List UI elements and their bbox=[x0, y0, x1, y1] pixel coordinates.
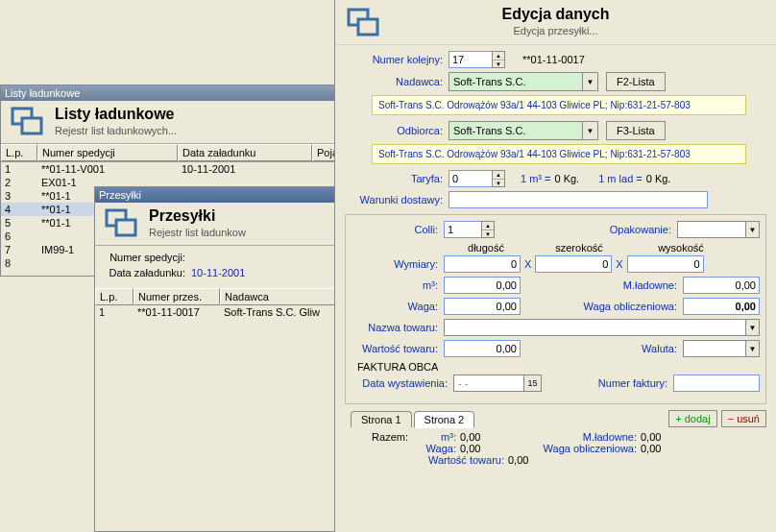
subtitle-przesylki: Rejestr list ładunkow bbox=[149, 227, 246, 238]
spinner-numer-kolejny[interactable]: ▲▼ bbox=[492, 51, 505, 68]
select-waluta[interactable]: ▼ bbox=[683, 340, 760, 357]
col-numer-przes[interactable]: Numer przes. bbox=[133, 288, 220, 305]
button-f2-lista[interactable]: F2-Lista bbox=[606, 72, 666, 91]
chevron-down-icon[interactable]: ▼ bbox=[582, 122, 597, 139]
label-odbiorca: Odbiorca: bbox=[345, 125, 449, 136]
button-f3-lista[interactable]: F3-Lista bbox=[606, 121, 666, 140]
title-edycja: Edycja danych bbox=[501, 6, 609, 23]
input-waga-obl[interactable] bbox=[683, 298, 760, 315]
total-wagaobl-val: 0,00 bbox=[641, 443, 687, 454]
x-sep: X bbox=[521, 258, 535, 270]
select-nazwa-towaru[interactable]: ▼ bbox=[444, 319, 760, 336]
button-dodaj[interactable]: + dodaj bbox=[668, 410, 716, 427]
group-details: Colli: ▲▼ Opakowanie: ▼ długość szerokoś… bbox=[345, 214, 766, 404]
value-1m3: 0 Kg. bbox=[554, 173, 579, 184]
label-1m3: 1 m³ = bbox=[521, 173, 550, 184]
header-wysokosc: wysokość bbox=[630, 242, 732, 254]
button-usun[interactable]: − usuń bbox=[721, 410, 766, 427]
datepicker-value: - - bbox=[454, 377, 523, 389]
spinner-taryfa[interactable]: ▲▼ bbox=[492, 170, 505, 187]
value-1mlad: 0 Kg. bbox=[646, 173, 671, 184]
label-m3: m³: bbox=[352, 279, 444, 291]
text-numer-full: **01-11-0017 bbox=[522, 54, 585, 65]
select-nadawca[interactable]: Soft-Trans S.C. ▼ bbox=[449, 72, 598, 91]
chevron-down-icon[interactable]: ▼ bbox=[745, 320, 759, 335]
input-warunki[interactable] bbox=[449, 191, 708, 208]
label-warunki: Warunki dostawy: bbox=[345, 194, 449, 206]
select-opakowanie[interactable]: ▼ bbox=[677, 221, 760, 238]
total-waga-val: 0,00 bbox=[460, 443, 506, 454]
chevron-down-icon[interactable]: ▼ bbox=[745, 341, 759, 356]
addr-nadawca: Soft-Trans S.C. Odrowążów 93a/1 44-103 G… bbox=[372, 95, 746, 115]
total-waga-label: Waga: bbox=[412, 443, 460, 454]
select-nadawca-value: Soft-Trans S.C. bbox=[449, 76, 582, 87]
total-m3-label: m³: bbox=[412, 431, 460, 443]
label-nadawca: Nadawca: bbox=[345, 76, 449, 87]
input-waga[interactable] bbox=[444, 298, 521, 315]
input-wartosc-towaru[interactable] bbox=[444, 340, 521, 357]
input-szerokosc[interactable] bbox=[535, 255, 612, 273]
select-odbiorca[interactable]: Soft-Trans S.C. ▼ bbox=[449, 121, 598, 140]
chevron-down-icon[interactable]: ▼ bbox=[582, 73, 597, 90]
label-waluta: Waluta: bbox=[583, 343, 683, 354]
svg-rect-1 bbox=[22, 118, 41, 133]
tab-strona-2[interactable]: Strona 2 bbox=[414, 411, 475, 428]
tab-strona-1[interactable]: Strona 1 bbox=[351, 411, 412, 427]
header-szerokosc: szerokość bbox=[528, 242, 630, 254]
addr-odbiorca: Soft-Trans S.C. Odrowążów 93a/1 44-103 G… bbox=[372, 144, 746, 164]
subtitle-edycja: Edycja przesyłki... bbox=[501, 25, 609, 36]
label-numer-spedycji: Numer spedycji: bbox=[105, 252, 191, 267]
title-listy: Listy ładunkowe bbox=[55, 106, 177, 123]
chevron-down-icon[interactable]: ▼ bbox=[745, 222, 759, 237]
total-wart-val: 0,00 bbox=[508, 454, 554, 466]
total-wagaobl-label: Waga obliczeniowa: bbox=[506, 443, 641, 454]
value-data-zaladunku: 10-11-2001 bbox=[191, 267, 245, 282]
calendar-icon[interactable]: 15 bbox=[523, 375, 541, 391]
label-wartosc-towaru: Wartość towaru: bbox=[352, 343, 444, 354]
label-mladowne: M.ładowne: bbox=[583, 279, 683, 291]
label-waga-obl: Waga obliczeniowa: bbox=[564, 301, 683, 312]
datepicker-data-wyst[interactable]: - - 15 bbox=[453, 375, 542, 392]
col-lp2[interactable]: L.p. bbox=[95, 288, 133, 305]
overlap-icon bbox=[103, 206, 141, 239]
col-numer-spedycji[interactable]: Numer spedycji bbox=[37, 144, 178, 161]
input-taryfa[interactable] bbox=[449, 170, 493, 187]
label-nazwa-towaru: Nazwa towaru: bbox=[352, 322, 444, 333]
input-numer-kolejny[interactable] bbox=[449, 51, 493, 68]
label-data-zaladunku: Data załadunku: bbox=[105, 267, 191, 282]
label-data-wyst: Data wystawienia: bbox=[352, 377, 453, 389]
label-taryfa: Taryfa: bbox=[345, 173, 449, 184]
label-opakowanie: Opakowanie: bbox=[533, 224, 677, 235]
label-colli: Colli: bbox=[352, 224, 444, 235]
spinner-colli[interactable]: ▲▼ bbox=[481, 221, 495, 238]
input-mladowne[interactable] bbox=[683, 277, 760, 294]
input-colli[interactable] bbox=[444, 221, 482, 238]
total-mlad-label: M.ładowne: bbox=[506, 431, 641, 443]
totals: Razem: m³: 0,00 M.ładowne: 0,00 Waga: 0,… bbox=[345, 427, 766, 466]
overlap-icon bbox=[345, 6, 383, 38]
x-sep: X bbox=[612, 258, 626, 270]
select-odbiorca-value: Soft-Trans S.C. bbox=[449, 125, 582, 136]
total-m3-val: 0,00 bbox=[460, 431, 506, 443]
col-lp[interactable]: L.p. bbox=[1, 144, 37, 161]
label-numer-faktury: Numer faktury: bbox=[568, 377, 673, 389]
overlap-icon bbox=[9, 105, 47, 137]
input-wysokosc[interactable] bbox=[627, 255, 704, 273]
input-dlugosc[interactable] bbox=[444, 255, 521, 273]
total-mlad-val: 0,00 bbox=[641, 431, 687, 443]
label-waga: Waga: bbox=[352, 301, 444, 312]
label-numer-kolejny: Numer kolejny: bbox=[345, 54, 449, 65]
input-m3[interactable] bbox=[444, 277, 521, 294]
subtitle-listy: Rejestr list ładunkowych... bbox=[55, 125, 177, 136]
label-1mlad: 1 m lad = bbox=[598, 173, 643, 184]
label-wymiary: Wymiary: bbox=[352, 258, 444, 270]
total-wart-label: Wartość towaru: bbox=[412, 454, 508, 466]
label-razem: Razem: bbox=[354, 431, 412, 443]
svg-rect-3 bbox=[116, 220, 135, 235]
header-dlugosc: długość bbox=[444, 242, 528, 254]
label-faktura-obca: FAKTURA OBCA bbox=[357, 361, 760, 373]
col-data-zaladunku[interactable]: Data załadunku bbox=[178, 144, 312, 161]
input-numer-faktury[interactable] bbox=[673, 375, 760, 392]
title-przesylki: Przesyłki bbox=[149, 207, 246, 225]
header-edycja: Edycja danych Edycja przesyłki... bbox=[335, 0, 776, 45]
